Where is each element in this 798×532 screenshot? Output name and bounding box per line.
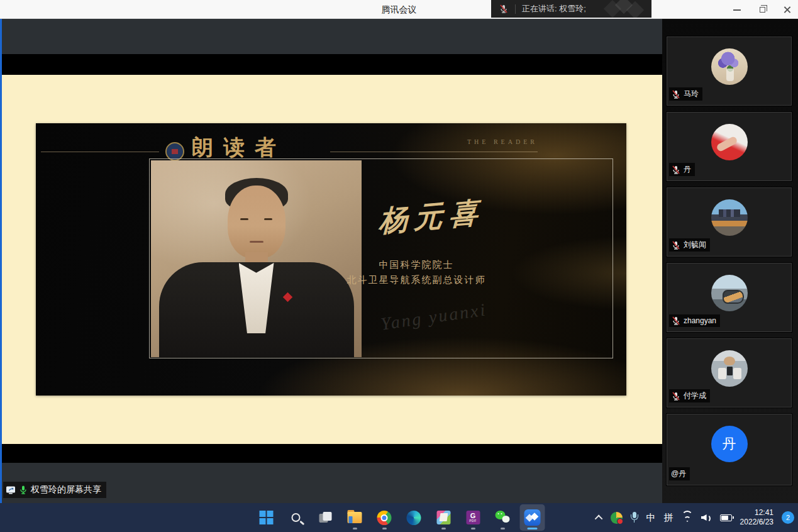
shared-slide: 朗读者 THE READER 杨元喜 中国科学院院士 北斗卫星导航系统副总设计师… — [2, 75, 662, 444]
pdf-app-button[interactable]: G PDF — [460, 504, 485, 531]
restore-button[interactable] — [758, 5, 767, 14]
ime-mode-button[interactable]: 拼 — [664, 512, 673, 524]
folder-icon — [348, 512, 362, 523]
participant-name-chip: 刘毓闻 — [669, 238, 710, 252]
taskbar-search[interactable] — [283, 504, 308, 531]
avatar — [711, 124, 748, 160]
taskbar-clock[interactable]: 12:41 2022/6/23 — [740, 508, 773, 527]
participant-name: @丹 — [671, 468, 686, 479]
chrome-button[interactable] — [372, 504, 397, 531]
tray-overflow-chevron[interactable] — [597, 515, 602, 521]
participant-tile[interactable]: 丹 @丹 — [667, 414, 792, 485]
reader-app-button[interactable] — [431, 504, 456, 531]
speaking-banner[interactable]: 正在讲话: 权雪玲; — [491, 0, 651, 18]
taskbar: G PDF 中 拼 12:41 2022/6/23 2 — [0, 503, 798, 532]
reader-show-card: 朗读者 THE READER 杨元喜 中国科学院院士 北斗卫星导航系统副总设计师… — [36, 123, 626, 396]
speaker-icon — [701, 513, 712, 522]
start-button[interactable] — [253, 504, 279, 531]
window-titlebar: 腾讯会议 — [0, 0, 798, 19]
notification-badge[interactable]: 2 — [782, 511, 794, 524]
avatar — [711, 48, 748, 85]
clock-date: 2022/6/23 — [740, 518, 773, 527]
chrome-icon — [377, 511, 392, 525]
participant-name: 刘毓闻 — [684, 240, 706, 250]
chevron-up-icon — [594, 514, 602, 523]
edge-icon — [407, 511, 421, 525]
banner-divider — [515, 4, 516, 14]
mic-muted-icon — [671, 165, 681, 175]
participant-name-chip: 丹 — [669, 163, 695, 176]
clock-time: 12:41 — [740, 508, 773, 518]
screen-share-stage: 朗读者 THE READER 杨元喜 中国科学院院士 北斗卫星导航系统副总设计师… — [0, 19, 662, 503]
battery-icon — [720, 514, 732, 521]
ime-language-button[interactable]: 中 — [646, 512, 656, 524]
guest-role-line2: 北斗卫星导航系统副总设计师 — [322, 274, 511, 286]
tencent-meeting-window: 腾讯会议 正在讲话: 权雪玲; 朗读者 THE READER — [0, 0, 798, 532]
tencent-meeting-button[interactable] — [519, 504, 545, 531]
antivirus-icon — [611, 512, 623, 524]
system-tray: 中 拼 12:41 2022/6/23 2 — [597, 503, 794, 532]
taskbar-center-icons: G PDF — [253, 503, 545, 532]
antivirus-tray-button[interactable] — [611, 512, 623, 524]
participant-tile[interactable]: zhangyan — [667, 263, 792, 332]
battery-button[interactable] — [720, 514, 732, 521]
close-button[interactable] — [783, 5, 792, 14]
mic-active-icon — [18, 485, 28, 495]
reader-app-icon — [436, 511, 450, 524]
window-title: 腾讯会议 — [0, 0, 798, 19]
minimize-button[interactable] — [733, 5, 741, 14]
wifi-button[interactable] — [682, 513, 693, 522]
mic-muted-icon — [499, 4, 509, 14]
avatar — [711, 350, 748, 387]
screen-share-label: 权雪玲的屏幕共享 — [3, 482, 106, 498]
task-view-icon — [318, 511, 332, 524]
participant-tile[interactable]: 丹 — [667, 112, 792, 181]
mic-muted-icon — [671, 391, 681, 401]
meeting-logo-watermark-icon — [605, 0, 649, 18]
participant-name-chip: zhangyan — [669, 314, 720, 327]
mic-muted-icon — [671, 316, 681, 326]
volume-button[interactable] — [701, 513, 712, 522]
task-view-button[interactable] — [313, 504, 338, 531]
windows-start-icon — [259, 511, 273, 524]
wifi-icon — [682, 513, 693, 522]
decorative-line-left — [41, 152, 159, 152]
avatar — [711, 275, 748, 311]
microphone-tray-button[interactable] — [631, 512, 638, 523]
avatar — [711, 199, 748, 236]
mic-muted-icon — [671, 89, 681, 99]
avatar-initial: 丹 — [723, 435, 736, 453]
edge-button[interactable] — [401, 504, 426, 531]
pdf-app-icon: G PDF — [466, 511, 480, 524]
speaking-banner-text: 正在讲话: 权雪玲; — [522, 3, 586, 14]
participant-tile[interactable]: 付学成 — [667, 338, 792, 407]
letterbox-top — [2, 54, 662, 75]
search-icon — [291, 513, 300, 522]
participant-name-chip: @丹 — [669, 467, 690, 480]
participant-name: 付学成 — [684, 391, 706, 401]
participant-name: zhangyan — [684, 316, 716, 325]
screen-share-icon — [6, 485, 16, 495]
participants-panel: 马玲 丹 刘毓闻 zhangyan — [662, 19, 798, 503]
screen-share-label-text: 权雪玲的屏幕共享 — [31, 484, 101, 496]
guest-role-line1: 中国科学院院士 — [322, 259, 511, 271]
microphone-icon — [631, 512, 638, 523]
participant-name: 马玲 — [684, 89, 699, 99]
participant-name-chip: 马玲 — [669, 87, 702, 101]
avatar: 丹 — [711, 426, 748, 462]
file-explorer-button[interactable] — [342, 504, 367, 531]
participant-tile[interactable]: 马玲 — [667, 36, 792, 106]
participant-name-chip: 付学成 — [669, 389, 710, 402]
window-controls — [733, 0, 792, 19]
wechat-button[interactable] — [490, 504, 515, 531]
participant-tile[interactable]: 刘毓闻 — [667, 187, 792, 257]
participant-name: 丹 — [684, 164, 691, 175]
tencent-meeting-icon — [524, 509, 540, 526]
decorative-line-right — [330, 152, 538, 152]
show-title-english: THE READER — [467, 138, 538, 145]
letterbox-bottom — [2, 444, 662, 463]
wechat-icon — [495, 511, 510, 524]
mic-muted-icon — [671, 240, 681, 250]
